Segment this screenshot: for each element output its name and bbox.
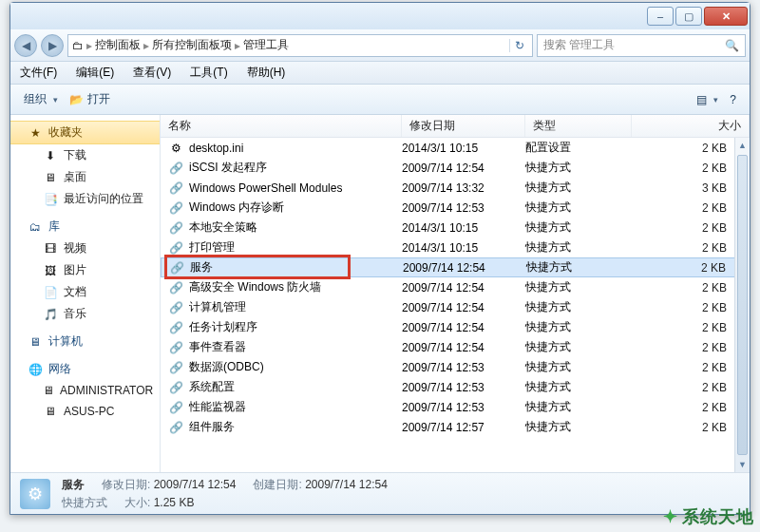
organize-button[interactable]: 组织 — [18, 91, 64, 107]
address-bar[interactable]: 🗀 ▸ 控制面板 ▸ 所有控制面板项 ▸ 管理工具 ↻ — [67, 34, 533, 57]
table-row[interactable]: 🔗事件查看器2009/7/14 12:54快捷方式2 KB — [161, 337, 750, 357]
sidebar-computer[interactable]: 🖥计算机 — [10, 331, 160, 352]
file-name: 性能监视器 — [189, 399, 246, 415]
file-icon: ⚙ — [168, 141, 183, 156]
minimize-button[interactable]: – — [647, 7, 674, 26]
menu-tools[interactable]: 工具(T) — [180, 62, 237, 84]
sidebar-item-favorite[interactable]: ⬇下载 — [10, 144, 160, 166]
sidebar-favorites[interactable]: ★收藏夹 — [10, 121, 160, 144]
table-row[interactable]: 🔗iSCSI 发起程序2009/7/14 12:54快捷方式2 KB — [161, 158, 750, 178]
sidebar-item-library[interactable]: 🎞视频 — [10, 238, 160, 259]
file-date: 2014/3/1 10:15 — [402, 142, 525, 155]
breadcrumb[interactable]: 控制面板 — [95, 37, 141, 53]
folder-icon: 🗀 — [72, 39, 84, 52]
table-row[interactable]: ⚙desktop.ini2014/3/1 10:15配置设置2 KB — [161, 138, 750, 158]
table-row[interactable]: 🔗本地安全策略2014/3/1 10:15快捷方式2 KB — [161, 218, 750, 238]
network-icon: 🌐 — [28, 362, 43, 377]
table-row[interactable]: 🔗打印管理2014/3/1 10:15快捷方式2 KB — [161, 238, 750, 257]
sidebar-item-library[interactable]: 🎵音乐 — [10, 303, 160, 325]
file-size: 2 KB — [632, 321, 750, 334]
table-row[interactable]: 🔗数据源(ODBC)2009/7/14 12:53快捷方式2 KB — [161, 357, 750, 377]
col-date[interactable]: 修改日期 — [402, 115, 525, 137]
table-row[interactable]: 🔗计算机管理2009/7/14 12:54快捷方式2 KB — [161, 297, 750, 317]
file-type: 快捷方式 — [525, 399, 632, 415]
sidebar-libraries[interactable]: 🗂库 — [10, 216, 160, 238]
refresh-button[interactable]: ↻ — [509, 39, 528, 52]
file-type: 配置设置 — [525, 140, 632, 156]
scroll-thumb[interactable] — [737, 155, 748, 455]
file-name: 打印管理 — [189, 239, 235, 256]
sidebar-item-network[interactable]: 🖥ADMINISTRATOR — [10, 380, 160, 401]
table-row[interactable]: 🔗任务计划程序2009/7/14 12:54快捷方式2 KB — [161, 317, 750, 337]
col-name[interactable]: 名称 — [161, 115, 402, 137]
status-filename: 服务 — [62, 477, 85, 493]
file-date: 2009/7/14 12:54 — [403, 261, 526, 275]
file-size: 2 KB — [632, 142, 750, 155]
file-date: 2009/7/14 12:54 — [402, 341, 525, 354]
forward-button[interactable]: ▶ — [41, 34, 64, 57]
scroll-down-icon[interactable]: ▼ — [735, 457, 750, 472]
file-date: 2009/7/14 12:54 — [402, 321, 525, 334]
breadcrumb[interactable]: 所有控制面板项 — [152, 37, 232, 53]
file-size: 2 KB — [632, 421, 750, 434]
item-icon: 🖥 — [43, 383, 54, 398]
file-type: 快捷方式 — [525, 339, 632, 355]
table-row[interactable]: 🔗Windows PowerShell Modules2009/7/14 13:… — [161, 178, 750, 198]
file-name: 高级安全 Windows 防火墙 — [189, 279, 321, 295]
table-row[interactable]: 🔗服务2009/7/14 12:54快捷方式2 KB — [161, 257, 750, 277]
menubar: 文件(F) 编辑(E) 查看(V) 工具(T) 帮助(H) — [10, 62, 750, 85]
back-button[interactable]: ◀ — [14, 34, 37, 57]
table-row[interactable]: 🔗性能监视器2009/7/14 12:53快捷方式2 KB — [161, 397, 750, 417]
watermark: 系统天地 — [663, 505, 754, 528]
file-icon: 🔗 — [168, 180, 183, 196]
file-date: 2009/7/14 12:54 — [402, 162, 525, 175]
table-row[interactable]: 🔗Windows 内存诊断2009/7/14 12:53快捷方式2 KB — [161, 198, 750, 218]
file-type: 快捷方式 — [525, 219, 632, 236]
library-icon: 🗂 — [28, 219, 43, 235]
item-icon: 🖥 — [43, 170, 58, 185]
scrollbar[interactable]: ▲ ▼ — [734, 138, 750, 472]
file-size: 2 KB — [632, 241, 750, 255]
file-type: 快捷方式 — [525, 379, 632, 395]
view-mode-button[interactable]: ▤ — [691, 93, 724, 106]
sidebar-item-favorite[interactable]: 📑最近访问的位置 — [10, 188, 160, 210]
menu-view[interactable]: 查看(V) — [124, 62, 180, 84]
sidebar-item-library[interactable]: 🖼图片 — [10, 259, 160, 281]
file-icon: 🔗 — [168, 280, 183, 295]
file-icon: 🔗 — [168, 300, 183, 315]
file-icon: 🔗 — [168, 420, 183, 435]
breadcrumb[interactable]: 管理工具 — [243, 37, 289, 53]
file-icon: 🔗 — [168, 340, 183, 355]
column-headers: 名称 修改日期 类型 大小 — [161, 115, 750, 138]
sidebar-network[interactable]: 🌐网络 — [10, 358, 160, 380]
file-type: 快捷方式 — [525, 239, 632, 256]
file-name: 服务 — [190, 259, 213, 276]
file-icon: 🔗 — [169, 260, 184, 276]
file-date: 2014/3/1 10:15 — [402, 241, 525, 255]
col-size[interactable]: 大小 — [632, 115, 750, 137]
search-input[interactable]: 搜索 管理工具 🔍 — [537, 34, 746, 57]
menu-file[interactable]: 文件(F) — [10, 62, 66, 84]
file-size: 2 KB — [632, 201, 750, 215]
table-row[interactable]: 🔗高级安全 Windows 防火墙2009/7/14 12:54快捷方式2 KB — [161, 277, 750, 297]
file-date: 2009/7/14 12:54 — [402, 301, 525, 314]
menu-help[interactable]: 帮助(H) — [238, 62, 295, 84]
help-button[interactable]: ? — [724, 93, 742, 106]
sidebar-item-network[interactable]: 🖥ASUS-PC — [10, 401, 160, 422]
table-row[interactable]: 🔗系统配置2009/7/14 12:53快捷方式2 KB — [161, 377, 750, 397]
close-button[interactable]: ✕ — [704, 7, 748, 26]
open-button[interactable]: 📂 打开 — [64, 91, 116, 107]
file-size: 2 KB — [632, 301, 750, 314]
scroll-up-icon[interactable]: ▲ — [735, 138, 750, 153]
sidebar-item-library[interactable]: 📄文档 — [10, 281, 160, 303]
sidebar-item-favorite[interactable]: 🖥桌面 — [10, 166, 160, 188]
table-row[interactable]: 🔗组件服务2009/7/14 12:57快捷方式2 KB — [161, 417, 750, 437]
file-type: 快捷方式 — [525, 200, 632, 216]
file-type: 快捷方式 — [525, 359, 632, 375]
col-type[interactable]: 类型 — [525, 115, 632, 137]
file-type: 快捷方式 — [525, 279, 632, 295]
menu-edit[interactable]: 编辑(E) — [66, 62, 124, 84]
file-size: 2 KB — [632, 361, 750, 374]
file-icon: 🔗 — [168, 400, 183, 415]
maximize-button[interactable]: ▢ — [675, 7, 702, 26]
